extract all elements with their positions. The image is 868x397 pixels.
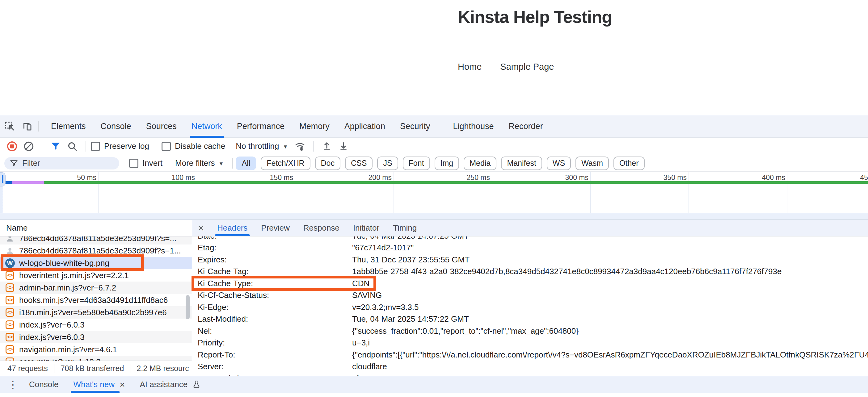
devtools-tab-recorder[interactable]: Recorder [501,115,551,138]
request-name: i18n.min.js?ver=5e580eb46a90c2b997e6 [19,308,167,317]
header-name: Expires: [198,255,352,265]
record-network-log-icon[interactable] [6,140,18,153]
clear-network-log-icon[interactable] [23,140,35,153]
toolbar-separator [42,141,42,152]
device-toolbar-icon[interactable] [21,120,33,132]
drawer-tab-whats-new[interactable]: What's new × [73,376,125,393]
annotation-box-ki-cache-type [191,276,376,291]
import-har-icon[interactable] [321,140,333,153]
details-tab-response[interactable]: Response [297,220,346,236]
tab-label: Console [29,380,58,389]
name-column-header[interactable]: Name [0,220,192,236]
drawer-tab-console[interactable]: Console [29,376,58,393]
export-har-icon[interactable] [337,140,350,153]
throttling-select[interactable]: No throttling [236,141,279,151]
tab-label: Memory [299,122,330,131]
devtools-tab-security[interactable]: Security [393,115,438,138]
header-value: {"success_fraction":0.01,"report_to":"cf… [352,326,579,336]
network-toolbar: Preserve log Disable cache No throttling… [0,138,868,155]
header-name: Ki-Cf-Cache-Status: [198,291,352,300]
nav-home-link[interactable]: Home [458,62,482,72]
filter-type-other[interactable]: Other [614,157,645,170]
filter-type-doc[interactable]: Doc [315,157,340,170]
response-header-row: Server: cloudflare [192,360,387,373]
filter-type-img[interactable]: Img [435,157,459,170]
devtools-tab-application[interactable]: Application [337,115,393,138]
network-overview-timeline[interactable]: 50 ms 100 ms 150 ms 200 ms 250 ms 300 ms… [0,172,868,213]
filter-icon[interactable] [50,140,62,153]
details-tab-headers[interactable]: Headers [210,220,254,236]
filter-type-all[interactable]: All [236,157,256,170]
request-list-scrollbar[interactable] [186,295,190,319]
header-name: Ki-Cache-Tag: [198,267,352,276]
nav-sample-page-link[interactable]: Sample Page [500,62,554,72]
filter-type-fetch-xhr[interactable]: Fetch/XHR [261,157,310,170]
filter-type-wasm[interactable]: Wasm [576,157,609,170]
response-header-row: Last-Modified: Tue, 04 Mar 2025 14:57:22… [192,313,469,325]
annotation-box-request-row [1,254,144,271]
header-value: {"endpoints":[{"url":"https:\/\/a.nel.cl… [352,350,868,360]
details-tab-timing[interactable]: Timing [386,220,424,236]
screenshot-root: Kinsta Help Testing Home Sample Page Ele… [0,0,868,397]
filter-type-media[interactable]: Media [464,157,496,170]
tab-label: Console [101,122,131,131]
waterfall-segment-blue [5,181,12,184]
request-name: 786ecb4dd6378af811a5de3e253d909f?s=... [19,236,176,243]
devtools-tab-console[interactable]: Console [93,115,139,138]
filter-type-css[interactable]: CSS [345,157,373,170]
header-name: Nel: [198,326,352,336]
request-row[interactable]: <> index.js?ver=6.0.3 [0,331,192,343]
request-row[interactable]: <> core.min.js?ver=1.13.3 [0,356,192,361]
devtools-tab-performance[interactable]: Performance [229,115,292,138]
more-filters-button[interactable]: More filters [175,158,215,168]
filter-type-manifest[interactable]: Manifest [501,157,542,170]
more-filters-caret-icon: ▼ [219,161,224,167]
tab-label: What's new [73,380,115,389]
preserve-log-checkbox[interactable] [91,142,100,151]
drawer-menu-icon[interactable]: ⋮ [8,380,18,390]
devtools-tab-network[interactable]: Network [184,115,229,138]
close-whats-new-icon[interactable]: × [120,379,125,390]
throttling-caret-icon: ▼ [283,144,288,150]
filterbar-separator [232,158,232,169]
overview-grip-icon [2,175,3,184]
request-row[interactable]: <> hooks.min.js?ver=4d63a3d491d11ffd8ac6 [0,294,192,306]
devtools-tab-lighthouse[interactable]: Lighthouse [445,115,501,138]
details-tab-initiator[interactable]: Initiator [346,220,386,236]
details-tab-preview[interactable]: Preview [254,220,296,236]
devtools-tab-elements[interactable]: Elements [43,115,93,138]
devtools-tab-sources[interactable]: Sources [139,115,184,138]
timeline-gridline [295,172,295,213]
tab-label: Recorder [509,122,543,131]
header-value: SAVING [352,291,382,300]
filter-type-ws[interactable]: WS [547,157,571,170]
filter-type-font[interactable]: Font [403,157,430,170]
close-details-icon[interactable]: × [198,223,204,234]
toolbar-separator [86,141,86,152]
filterbar-separator [170,158,170,169]
filter-type-js[interactable]: JS [377,157,398,170]
request-row[interactable]: <> admin-bar.min.js?ver=6.7.2 [0,282,192,294]
overview-drag-handle[interactable] [0,172,6,187]
tab-label: Lighthouse [453,122,494,131]
request-name: index.js?ver=6.0.3 [19,320,85,330]
site-nav: Home Sample Page [458,62,554,72]
request-row-clipped[interactable]: 786ecb4dd6378af811a5de3e253d909f?s=... [0,236,192,244]
timeline-gridline [688,172,689,213]
network-conditions-icon[interactable] [294,140,306,153]
request-row[interactable]: <> index.js?ver=6.0.3 [0,319,192,331]
request-row[interactable]: <> i18n.min.js?ver=5e580eb46a90c2b997e6 [0,306,192,319]
drawer-tab-ai-assistance[interactable]: AI assistance [140,376,202,393]
tabbar-separator [38,121,39,132]
disable-cache-checkbox[interactable] [161,142,171,151]
response-header-row: Priority: u=3,i [192,336,370,349]
filter-input-pill[interactable] [4,157,119,169]
inspect-element-icon[interactable] [4,120,16,132]
invert-checkbox[interactable] [129,159,138,168]
header-value: cloudflare [352,362,387,371]
search-icon[interactable] [66,140,79,153]
filter-input[interactable] [22,158,110,168]
devtools-tab-memory[interactable]: Memory [292,115,337,138]
request-row[interactable]: <> hoverintent-js.min.js?ver=2.2.1 [0,269,192,282]
request-row[interactable]: <> navigation.min.js?ver=4.6.1 [0,343,192,356]
